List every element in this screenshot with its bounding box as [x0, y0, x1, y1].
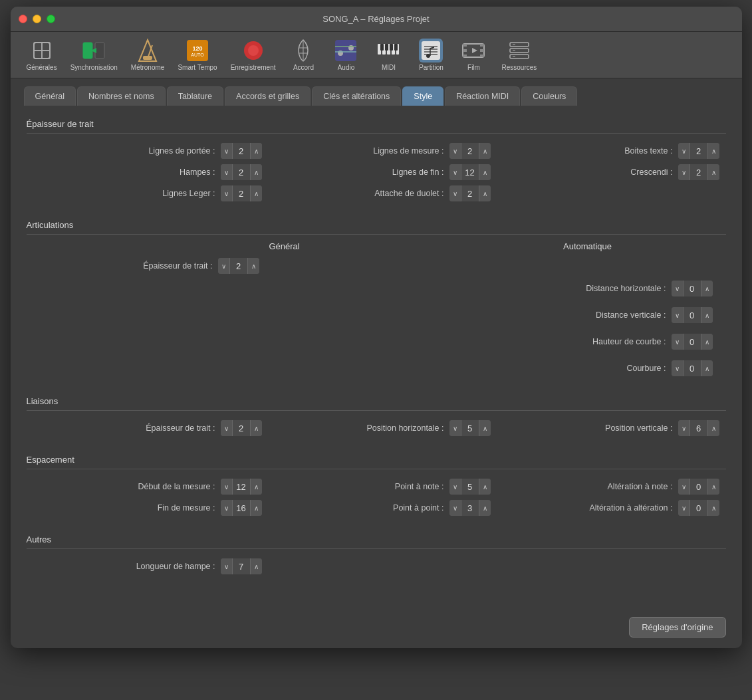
lignes-mesure-down[interactable]: ∨: [449, 143, 461, 159]
pos-horiz-spinner[interactable]: ∨ 5 ∧: [449, 420, 491, 436]
toolbar-item-metronome[interactable]: Métronome: [126, 36, 170, 74]
attache-duolet-down[interactable]: ∨: [449, 185, 461, 201]
hauteur-courbe-up[interactable]: ∧: [701, 334, 713, 350]
alteration-alteration-up[interactable]: ∧: [708, 500, 719, 516]
liaisons-epaisseur-down[interactable]: ∨: [221, 420, 232, 436]
alteration-alteration-spinner[interactable]: ∨ 0 ∧: [678, 500, 719, 516]
liaisons-epaisseur-up[interactable]: ∧: [251, 420, 262, 436]
field-courbure: Courbure : ∨ 0 ∧: [376, 360, 713, 376]
alteration-alteration-value: 0: [689, 500, 708, 516]
dist-vert-up[interactable]: ∧: [701, 307, 713, 323]
boites-texte-spinner[interactable]: ∨ 2 ∧: [678, 143, 719, 159]
crescendi-down[interactable]: ∨: [678, 164, 689, 180]
courbure-down[interactable]: ∨: [672, 360, 683, 376]
lignes-mesure-up[interactable]: ∧: [479, 143, 491, 159]
dist-horiz-down[interactable]: ∨: [672, 281, 683, 296]
dist-vert-spinner[interactable]: ∨ 0 ∧: [672, 307, 713, 323]
tab-accords-grilles[interactable]: Accords et grilles: [225, 86, 311, 106]
crescendi-up[interactable]: ∧: [708, 164, 719, 180]
toolbar-item-film[interactable]: Film: [453, 36, 493, 74]
dist-vert-down[interactable]: ∨: [672, 307, 683, 323]
attache-duolet-label: Attache de duolet :: [262, 189, 449, 198]
dist-horiz-spinner[interactable]: ∨ 0 ∧: [672, 281, 713, 296]
point-point-up[interactable]: ∧: [479, 500, 491, 516]
boites-texte-up[interactable]: ∧: [708, 143, 719, 159]
lignes-leger-up[interactable]: ∧: [251, 185, 262, 201]
longueur-hampe-down[interactable]: ∨: [221, 558, 232, 574]
artic-epaisseur-spinner[interactable]: ∨ 2 ∧: [218, 258, 259, 274]
tab-tablature[interactable]: Tablature: [167, 86, 223, 106]
metronome-label: Métronome: [131, 64, 165, 71]
tab-general[interactable]: Général: [24, 86, 76, 106]
svg-rect-41: [463, 49, 467, 52]
debut-mesure-down[interactable]: ∨: [221, 479, 232, 495]
lignes-portee-spinner[interactable]: ∨ 2 ∧: [221, 143, 262, 159]
lignes-fin-down[interactable]: ∨: [449, 164, 461, 180]
longueur-hampe-up[interactable]: ∧: [251, 558, 262, 574]
toolbar-item-accord[interactable]: Accord: [283, 36, 323, 74]
pos-horiz-up[interactable]: ∧: [479, 420, 491, 436]
alteration-note-spinner[interactable]: ∨ 0 ∧: [678, 479, 719, 495]
tab-cles-alterations[interactable]: Clés et altérations: [312, 86, 401, 106]
toolbar-item-smart-tempo[interactable]: 120 AUTO Smart Tempo: [172, 36, 222, 74]
artic-epaisseur-up[interactable]: ∧: [248, 258, 259, 274]
toolbar-item-midi[interactable]: MIDI: [368, 36, 408, 74]
tab-nombres-noms[interactable]: Nombres et noms: [77, 86, 166, 106]
toolbar-item-ressources[interactable]: Ressources: [496, 36, 542, 74]
tab-reaction-midi[interactable]: Réaction MIDI: [445, 86, 520, 106]
toolbar-item-partition[interactable]: Partition: [411, 36, 451, 74]
maximize-button[interactable]: [47, 15, 55, 23]
point-note-spinner[interactable]: ∨ 5 ∧: [449, 479, 491, 495]
liaisons-epaisseur-spinner[interactable]: ∨ 2 ∧: [221, 420, 262, 436]
debut-mesure-up[interactable]: ∧: [251, 479, 262, 495]
minimize-button[interactable]: [33, 15, 41, 23]
attache-duolet-up[interactable]: ∧: [479, 185, 491, 201]
boites-texte-down[interactable]: ∨: [678, 143, 689, 159]
lignes-fin-up[interactable]: ∧: [479, 164, 491, 180]
courbure-spinner[interactable]: ∨ 0 ∧: [672, 360, 713, 376]
point-note-down[interactable]: ∨: [449, 479, 461, 495]
fin-mesure-spinner[interactable]: ∨ 16 ∧: [221, 500, 262, 516]
attache-duolet-spinner[interactable]: ∨ 2 ∧: [449, 185, 491, 201]
artic-epaisseur-down[interactable]: ∨: [218, 258, 229, 274]
pos-vert-up[interactable]: ∧: [708, 420, 719, 436]
hampes-up[interactable]: ∧: [251, 164, 262, 180]
fin-mesure-up[interactable]: ∧: [251, 500, 262, 516]
lignes-leger-down[interactable]: ∨: [221, 185, 232, 201]
hauteur-courbe-down[interactable]: ∨: [672, 334, 683, 350]
point-note-label: Point à note :: [262, 482, 449, 491]
pos-vert-spinner[interactable]: ∨ 6 ∧: [678, 420, 719, 436]
tab-couleurs[interactable]: Couleurs: [521, 86, 577, 106]
hampes-spinner[interactable]: ∨ 2 ∧: [221, 164, 262, 180]
pos-horiz-down[interactable]: ∨: [449, 420, 461, 436]
tab-style[interactable]: Style: [402, 86, 443, 106]
crescendi-spinner[interactable]: ∨ 2 ∧: [678, 164, 719, 180]
pos-vert-down[interactable]: ∨: [678, 420, 689, 436]
longueur-hampe-spinner[interactable]: ∨ 7 ∧: [221, 558, 262, 574]
lignes-portee-up[interactable]: ∧: [251, 143, 262, 159]
dist-horiz-up[interactable]: ∧: [701, 281, 713, 296]
alteration-alteration-down[interactable]: ∨: [678, 500, 689, 516]
alteration-note-label: Altération à note :: [491, 482, 678, 491]
toolbar-item-enregistrement[interactable]: Enregistrement: [225, 36, 281, 74]
hampes-down[interactable]: ∨: [221, 164, 232, 180]
courbure-up[interactable]: ∧: [701, 360, 713, 376]
generales-icon: [30, 39, 54, 62]
toolbar-item-generales[interactable]: Générales: [21, 36, 63, 74]
lignes-leger-spinner[interactable]: ∨ 2 ∧: [221, 185, 262, 201]
lignes-fin-spinner[interactable]: ∨ 12 ∧: [449, 164, 491, 180]
point-point-down[interactable]: ∨: [449, 500, 461, 516]
alteration-note-down[interactable]: ∨: [678, 479, 689, 495]
toolbar-item-synchronisation[interactable]: Synchronisation: [65, 36, 123, 74]
hauteur-courbe-spinner[interactable]: ∨ 0 ∧: [672, 334, 713, 350]
close-button[interactable]: [19, 15, 27, 23]
reset-button[interactable]: Réglages d'origine: [629, 617, 725, 638]
alteration-note-up[interactable]: ∧: [708, 479, 719, 495]
debut-mesure-spinner[interactable]: ∨ 12 ∧: [221, 479, 262, 495]
lignes-mesure-spinner[interactable]: ∨ 2 ∧: [449, 143, 491, 159]
point-note-up[interactable]: ∧: [479, 479, 491, 495]
toolbar-item-audio[interactable]: Audio: [326, 36, 366, 74]
lignes-portee-down[interactable]: ∨: [221, 143, 232, 159]
point-point-spinner[interactable]: ∨ 3 ∧: [449, 500, 491, 516]
fin-mesure-down[interactable]: ∨: [221, 500, 232, 516]
